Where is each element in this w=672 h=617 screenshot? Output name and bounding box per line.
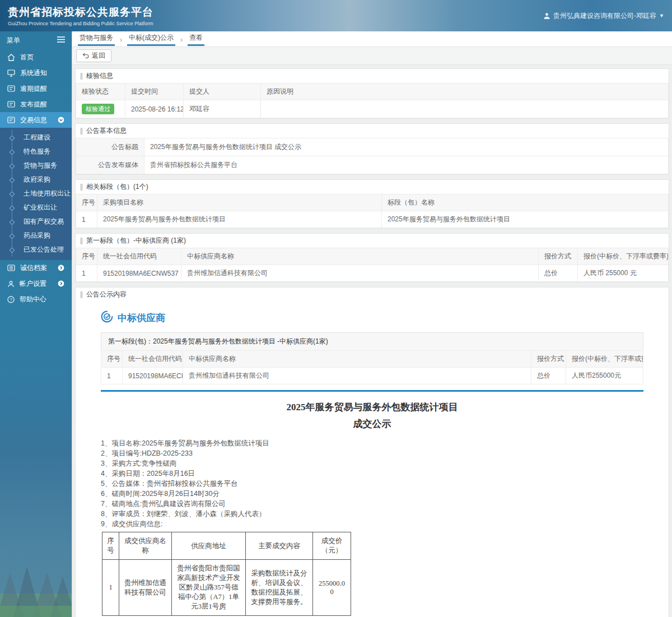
doc-paragraph: 2、项目编号:HDZB-2025-233 <box>101 448 643 458</box>
section-title: 第一标段（包）-中标供应商 (1家) <box>86 236 186 245</box>
section-marker <box>81 184 82 191</box>
section-marker <box>81 238 82 244</box>
sidebar-item-home[interactable]: 首页 <box>0 49 72 65</box>
menu-label: 菜单 <box>7 36 20 45</box>
app-title: 贵州省招标投标公共服务平台 <box>8 5 153 20</box>
deal-content: 采购数据统计及分析、培训及会议、数据挖掘及拓展、支撑费用等服务。 <box>246 560 313 616</box>
document-icon <box>7 85 15 92</box>
user-name: 贵州弘典建设咨询有限公司-邓廷容 <box>553 11 656 21</box>
sidebar-mountains-decoration <box>0 522 72 617</box>
sidebar-submenu-item[interactable]: 工程建设 <box>0 131 72 145</box>
doc-paragraph: 8、评审成员：刘继荣、刘波、潘小森（采购人代表） <box>101 509 643 519</box>
sidebar-item-label: 系统通知 <box>20 68 47 78</box>
sidebar-item-notifications[interactable]: 系统通知 <box>0 65 72 81</box>
section-title: 公告公示内容 <box>86 290 127 299</box>
section-marker <box>81 128 82 134</box>
column-header: 提交人 <box>184 83 261 100</box>
sidebar-item-overdue-reminder[interactable]: 逾期提醒 <box>0 81 72 96</box>
sidebar-item-label: 帮助中心 <box>20 295 46 304</box>
column-header: 序号 <box>76 248 97 265</box>
doc-paragraph: 7、磋商地点:贵州弘典建设咨询有限公司 <box>101 499 643 509</box>
toolbar: 返回 <box>72 47 672 65</box>
section-marker <box>81 291 82 298</box>
field-value: 2025年服务贸易与服务外包数据统计项目 成交公示 <box>144 138 669 156</box>
doc-paragraph: 3、采购方式:竞争性磋商 <box>101 458 643 468</box>
chevron-right-circle-icon <box>58 265 64 271</box>
sidebar-submenu-trade-info: 工程建设 特色服务 货物与服务 政府采购 土地使用权出让 矿业权出让 国有产权交… <box>0 128 72 260</box>
sidebar-item-credit-archive[interactable]: 诚信档案 <box>0 260 72 276</box>
column-header: 序号 <box>101 351 123 368</box>
sidebar-item-label: 帐户设置 <box>20 279 46 289</box>
section-announcement-basic-info: 公告基本信息 公告标题 2025年服务贸易与服务外包数据统计项目 成交公示 公告… <box>75 123 669 175</box>
column-header: 核验状态 <box>76 83 125 100</box>
section-title: 公告基本信息 <box>86 126 127 136</box>
app-header: 贵州省招标投标公共服务平台 GuiZhou Province Tendering… <box>0 0 672 31</box>
sidebar-submenu-item[interactable]: 土地使用权出让 <box>0 187 72 201</box>
sidebar: 菜单 首页 系统通知 逾期提醒 发 <box>0 31 72 617</box>
sidebar-submenu-item[interactable]: 矿业权出让 <box>0 201 72 215</box>
verification-table: 核验状态 提交时间 提交人 原因说明 核验通过 2025-08-26 16:12… <box>76 83 669 118</box>
table-row: 1 贵州维加信通科技有限公司 贵州省贵阳市贵阳国家高新技术产业开发区黔灵山路35… <box>102 560 351 616</box>
breadcrumb-item-goods-services[interactable]: 货物与服务 <box>78 31 115 47</box>
sidebar-item-help-center[interactable]: ? 帮助中心 <box>0 291 72 307</box>
page: 核验信息 核验状态 提交时间 提交人 原因说明 核验通过 2025-08-26 … <box>72 65 672 617</box>
back-button[interactable]: 返回 <box>76 49 111 62</box>
supplier-address: 贵州省贵阳市贵阳国家高新技术产业开发区黔灵山路357号德福中心第（A7）1单元3… <box>172 560 246 616</box>
column-header: 原因说明 <box>261 83 669 100</box>
column-header: 统一社会信用代码 <box>123 351 183 368</box>
reason <box>261 100 669 118</box>
credit-code: 91520198MA6ECNW537 <box>97 265 181 282</box>
column-header: 采购项目名称 <box>97 194 382 211</box>
sidebar-item-label: 逾期提醒 <box>20 84 47 94</box>
sidebar-submenu-item[interactable]: 货物与服务 <box>0 159 72 173</box>
supplier-name: 贵州维加信通科技有限公司 <box>181 265 539 282</box>
sidebar-item-publish-reminder[interactable]: 发布提醒 <box>0 96 72 112</box>
blue-divider <box>101 390 643 392</box>
monitor-icon <box>7 69 15 77</box>
table-row: 1 91520198MA6ECNW537 贵州维加信通科技有限公司 总价 人民币… <box>76 265 669 282</box>
breadcrumb-separator: › <box>120 33 122 47</box>
credit-code: 91520198MA6ECNW537 <box>123 368 183 384</box>
section-title: 相关标段（包）(1个) <box>86 182 148 192</box>
quote-value: 人民币 255000 元 <box>578 265 669 282</box>
notice-body: 中标供应商 第一标段(包)：2025年服务贸易与服务外包数据统计项目 -中标供应… <box>76 301 669 617</box>
svg-text:?: ? <box>10 297 12 302</box>
brand: 贵州省招标投标公共服务平台 GuiZhou Province Tendering… <box>8 5 153 26</box>
document-icon <box>7 117 15 123</box>
breadcrumb-item-view[interactable]: 查看 <box>188 31 204 47</box>
column-header: 序号 <box>102 532 119 560</box>
field-label: 公告标题 <box>76 138 144 156</box>
sidebar-item-label: 发布提醒 <box>20 100 47 109</box>
section-title: 核验信息 <box>86 71 113 81</box>
sidebar-submenu-item[interactable]: 特色服务 <box>0 145 72 159</box>
table-row: 公告发布媒体 贵州省招标投标公共服务平台 <box>76 156 669 174</box>
sidebar-submenu-item[interactable]: 政府采购 <box>0 173 72 187</box>
row-index: 1 <box>76 265 97 282</box>
table-row: 公告标题 2025年服务贸易与服务外包数据统计项目 成交公示 <box>76 138 669 156</box>
lot-name: 2025年服务贸易与服务外包数据统计项目 <box>382 211 669 228</box>
quote-type: 总价 <box>531 368 566 384</box>
notice-supplier-table: 序号 统一社会信用代码 中标供应商名称 报价方式 报价(中标价、下浮率或费率) … <box>101 350 643 384</box>
hamburger-icon[interactable] <box>57 36 65 44</box>
submitter: 邓廷容 <box>184 100 261 118</box>
quote-type: 总价 <box>539 265 578 282</box>
sidebar-item-account-settings[interactable]: 帐户设置 <box>0 276 72 291</box>
column-header: 中标供应商名称 <box>183 351 531 368</box>
user-menu[interactable]: 贵州弘典建设咨询有限公司-邓廷容 ▼ <box>543 11 664 21</box>
doc-paragraph: 9、成交供应商信息: <box>101 519 643 529</box>
sidebar-submenu-item[interactable]: 药品采购 <box>0 229 72 243</box>
breadcrumb-item-award-notice[interactable]: 中标(成交)公示 <box>127 31 175 47</box>
sidebar-item-label: 诚信档案 <box>20 263 47 273</box>
sidebar-submenu-item[interactable]: 已发公告处理 <box>0 243 72 257</box>
row-index: 1 <box>101 368 123 384</box>
column-header: 供应商地址 <box>172 532 246 560</box>
chevron-down-icon: ▼ <box>659 13 664 18</box>
sidebar-item-trade-info[interactable]: 交易信息 <box>0 112 72 128</box>
section-winning-supplier: 第一标段（包）-中标供应商 (1家) 序号 统一社会信用代码 中标供应商名称 报… <box>75 233 669 282</box>
column-header: 报价(中标价、下浮率或费率) <box>578 248 669 265</box>
sidebar-submenu-item[interactable]: 国有产权交易 <box>0 215 72 229</box>
column-header: 统一社会信用代码 <box>97 248 181 265</box>
status-badge: 核验通过 <box>82 104 114 114</box>
list-icon <box>7 265 15 271</box>
doc-paragraph: 4、采购日期：2025年8月16日 <box>101 468 643 479</box>
